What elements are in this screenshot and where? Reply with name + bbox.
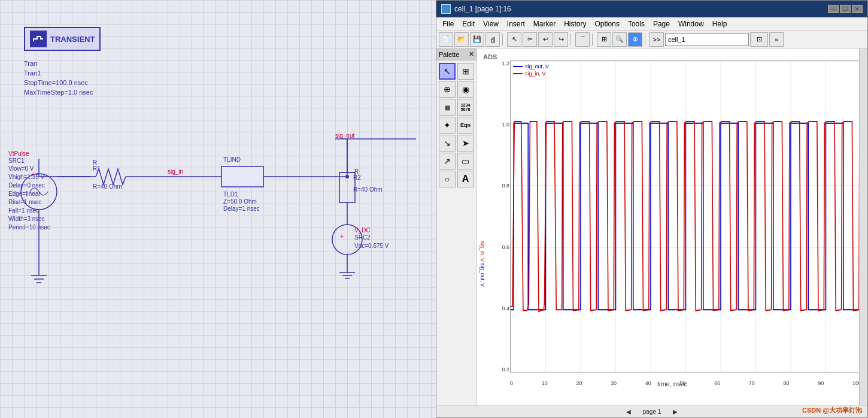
right-scrollbar[interactable]: [859, 49, 867, 405]
palette-globe[interactable]: ◉: [457, 81, 474, 98]
menu-window[interactable]: Window: [675, 19, 708, 29]
y-axis-labels: 1.2 1.0 0.8 0.6 0.4 0.2: [500, 60, 509, 372]
palette-rect[interactable]: ▭: [457, 153, 474, 169]
toolbar-sep4: [645, 34, 647, 46]
close-button[interactable]: ✕: [852, 5, 863, 13]
palette-eqn[interactable]: Eqn: [457, 117, 474, 134]
menu-file[interactable]: File: [439, 19, 457, 29]
menu-tools[interactable]: Tools: [624, 19, 648, 29]
toolbar-zoom[interactable]: 🔍: [612, 32, 627, 47]
y-axis-label: sig_out, V sig_in, V: [479, 167, 485, 287]
menu-options[interactable]: Options: [591, 19, 623, 29]
svg-text:TLIND: TLIND: [223, 156, 241, 163]
chart-svg: [511, 61, 861, 372]
toolbar-expand[interactable]: »: [769, 32, 784, 47]
menu-page[interactable]: Page: [650, 19, 673, 29]
svg-text:R=40 Ohm: R=40 Ohm: [353, 186, 383, 193]
page-label: page 1: [643, 408, 661, 415]
palette-close[interactable]: ✕: [469, 50, 474, 58]
toolbar-sep2: [570, 34, 573, 46]
toolbar-undo[interactable]: ↩: [538, 32, 553, 47]
tran-param-3: MaxTimeStep=1.0 nsec: [24, 87, 93, 97]
menu-view[interactable]: View: [479, 19, 502, 29]
sig-in-ylabel: sig_in, V: [479, 241, 485, 262]
palette-circle[interactable]: ○: [439, 171, 456, 187]
toolbar-sim[interactable]: ②: [628, 32, 642, 47]
toolbar-cell-icon[interactable]: ⊡: [750, 32, 768, 47]
palette-text[interactable]: A: [457, 171, 474, 187]
tran-param-2: StopTime=100.0 nsec: [24, 78, 93, 87]
vtpulse-params: Vlow=0 V Vhigh=1.35 V Delay=0 nsec Edge=…: [8, 165, 50, 232]
tran-param-1: Tran1: [24, 68, 93, 78]
toolbar-cut[interactable]: ✂: [523, 32, 537, 47]
plot-area: ADS 1.2 1.0 0.8 0.6 0.4 0.2 sig_out, V s…: [477, 49, 867, 405]
toolbar-grid-snap[interactable]: ⊞: [597, 32, 611, 47]
svg-text:R1: R1: [93, 165, 101, 172]
legend-line-red: [513, 73, 523, 74]
palette-pin[interactable]: ✦: [439, 117, 456, 134]
plot-legend: sig_out, V sig_in, V: [513, 63, 549, 77]
palette-arrow[interactable]: ↖: [439, 63, 456, 80]
toolbar-new[interactable]: 📄: [439, 32, 453, 47]
ads-logo: ADS: [483, 53, 497, 60]
minimize-button[interactable]: —: [828, 5, 839, 13]
palette-grid-tool[interactable]: ⊞: [457, 63, 474, 80]
toolbar-redo[interactable]: ↪: [554, 32, 568, 47]
toolbar-more[interactable]: >>: [650, 32, 664, 47]
palette-number[interactable]: 12345678: [457, 99, 474, 116]
legend-label-blue: sig_out, V: [525, 63, 549, 69]
transient-icon: [30, 31, 47, 47]
toolbar-sep3: [592, 34, 594, 46]
svg-text:sig_in: sig_in: [168, 168, 183, 175]
svg-rect-12: [221, 166, 263, 187]
ads-content: Palette ✕ ↖ ⊞ ⊕ ◉ ▦ 12345678 ✦ Eqn ↘ ➤ ↗…: [436, 49, 867, 405]
palette-arrow-right[interactable]: ➤: [457, 135, 474, 152]
maximize-button[interactable]: ☐: [840, 5, 851, 13]
svg-text:Delay=1 nsec: Delay=1 nsec: [223, 205, 260, 212]
svg-text:SRC1: SRC1: [8, 157, 25, 164]
svg-text:VtPulse: VtPulse: [8, 150, 29, 157]
svg-text:R2: R2: [353, 174, 361, 181]
palette-titlebar: Palette ✕: [436, 49, 477, 60]
x-axis-label: time, nsec: [657, 380, 687, 387]
menu-marker[interactable]: Marker: [530, 19, 559, 29]
toolbar-curve[interactable]: ⌒: [575, 32, 590, 47]
cell-selector[interactable]: [665, 33, 749, 46]
ads-window-title: cell_1 [page 1]:16: [454, 5, 511, 13]
palette-diag-down[interactable]: ↘: [439, 135, 456, 152]
ads-menubar: File Edit View Insert Marker History Opt…: [436, 17, 867, 31]
menu-history[interactable]: History: [560, 19, 590, 29]
toolbar-arrow[interactable]: ↖: [507, 32, 521, 47]
menu-insert[interactable]: Insert: [503, 19, 529, 29]
toolbar-save[interactable]: 💾: [470, 32, 484, 47]
legend-label-red: sig_in, V: [525, 71, 546, 77]
toolbar-print[interactable]: 🖨: [485, 32, 500, 47]
ads-window: cell_1 [page 1]:16 — ☐ ✕ File Edit View …: [436, 0, 868, 418]
transient-label: TRANSIENT: [50, 35, 95, 44]
svg-point-22: [345, 175, 349, 178]
svg-text:+: +: [340, 233, 344, 240]
palette-grid: ↖ ⊞ ⊕ ◉ ▦ 12345678 ✦ Eqn ↘ ➤ ↗ ▭ ○ A: [436, 60, 477, 190]
ads-titlebar-icon: [441, 4, 451, 14]
palette-arrow-up[interactable]: ↗: [439, 153, 456, 169]
toolbar-open[interactable]: 📂: [454, 32, 469, 47]
menu-help[interactable]: Help: [709, 19, 731, 29]
palette-table[interactable]: ▦: [439, 99, 456, 116]
palette: Palette ✕ ↖ ⊞ ⊕ ◉ ▦ 12345678 ✦ Eqn ↘ ➤ ↗…: [436, 49, 477, 405]
svg-text:TLD1: TLD1: [223, 191, 238, 198]
toolbar-sep1: [502, 34, 505, 46]
ads-toolbar: 📄 📂 💾 🖨 ↖ ✂ ↩ ↪ ⌒ ⊞ 🔍 ② >> ⊡ »: [436, 31, 867, 49]
tran-params: Tran Tran1 StopTime=100.0 nsec MaxTimeSt…: [24, 59, 93, 97]
svg-text:sig_out: sig_out: [335, 132, 354, 139]
palette-target[interactable]: ⊕: [439, 81, 456, 98]
menu-edit[interactable]: Edit: [459, 19, 478, 29]
tran-param-0: Tran: [24, 59, 93, 68]
palette-label: Palette: [439, 51, 459, 58]
svg-text:Vdc=0.675 V: Vdc=0.675 V: [354, 243, 389, 249]
titlebar-controls[interactable]: — ☐ ✕: [828, 5, 863, 13]
svg-text:SRC2: SRC2: [354, 234, 371, 241]
svg-text:V_DC: V_DC: [354, 227, 371, 234]
transient-box: TRANSIENT: [24, 27, 101, 51]
svg-text:Z=50.0 Ohm: Z=50.0 Ohm: [223, 198, 257, 205]
svg-text:R=40 Ohm: R=40 Ohm: [93, 183, 122, 190]
